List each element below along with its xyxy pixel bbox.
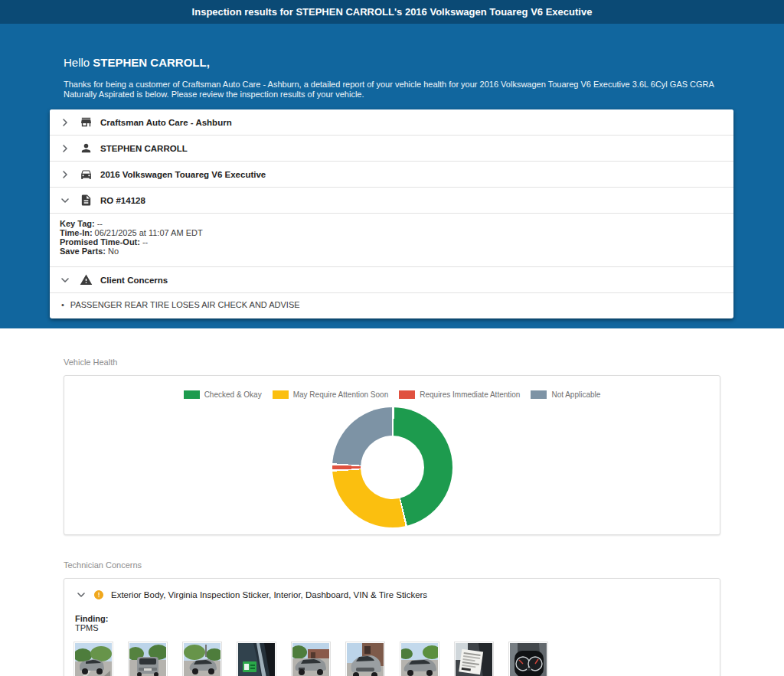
vehicle-photo bbox=[347, 643, 384, 676]
chevron-down-icon bbox=[59, 274, 71, 286]
vin-label-photo bbox=[456, 643, 492, 676]
vehicle-photo bbox=[75, 643, 112, 676]
legend-swatch bbox=[399, 390, 415, 399]
technician-topic-row[interactable]: Exterior Body, Virginia Inspection Stick… bbox=[64, 579, 720, 601]
greeting: Hello STEPHEN CARROLL, bbox=[0, 24, 784, 69]
photo-thumbnail[interactable] bbox=[74, 642, 113, 676]
photo-thumbnail[interactable] bbox=[454, 642, 494, 676]
technician-concerns-section-label: Technician Concerns bbox=[64, 560, 784, 570]
client-concern-text: PASSENGER REAR TIRE LOSES AIR CHECK AND … bbox=[70, 300, 300, 309]
vehicle-health-chart bbox=[332, 407, 452, 527]
detail-label: Promised Time-Out: bbox=[60, 237, 140, 247]
ro-detail-keytag: Key Tag:-- bbox=[60, 219, 733, 228]
vehicle-health-section-label: Vehicle Health bbox=[64, 358, 784, 367]
detail-value: -- bbox=[97, 219, 103, 228]
vehicle-health-card: Checked & Okay May Require Attention Soo… bbox=[64, 375, 720, 535]
ro-detail-saveparts: Save Parts:No bbox=[60, 247, 733, 256]
technician-concerns-card: Exterior Body, Virginia Inspection Stick… bbox=[64, 578, 720, 676]
accordion-row-shop[interactable]: Craftsman Auto Care - Ashburn bbox=[50, 109, 733, 136]
vehicle-photo bbox=[401, 643, 438, 676]
legend-swatch bbox=[273, 390, 289, 399]
bullet: • bbox=[61, 300, 64, 309]
chevron-down-icon bbox=[59, 194, 71, 207]
legend-label: May Require Attention Soon bbox=[293, 390, 389, 399]
store-icon bbox=[80, 116, 93, 129]
top-bar: Inspection results for STEPHEN CARROLL's… bbox=[0, 0, 784, 24]
vehicle-label: 2016 Volkswagen Touareg V6 Executive bbox=[100, 170, 266, 179]
photo-thumbnail[interactable] bbox=[182, 642, 222, 676]
photo-thumbnail[interactable] bbox=[237, 642, 276, 676]
detail-label: Key Tag: bbox=[60, 219, 95, 228]
legend-label: Requires Immediate Attention bbox=[420, 390, 520, 399]
summary-accordion: Craftsman Auto Care - Ashburn STEPHEN CA… bbox=[50, 109, 733, 318]
intro-paragraph: Thanks for being a customer of Craftsman… bbox=[64, 80, 720, 99]
vehicle-photo bbox=[129, 643, 166, 676]
detail-label: Save Parts: bbox=[60, 247, 106, 256]
client-concern-item: • PASSENGER REAR TIRE LOSES AIR CHECK AN… bbox=[60, 300, 718, 309]
sticker-photo bbox=[238, 643, 275, 676]
detail-value: 06/21/2025 at 11:07 AM EDT bbox=[95, 228, 203, 237]
legend-item-not-applicable: Not Applicable bbox=[531, 390, 600, 399]
vehicle-photo bbox=[184, 643, 220, 676]
photo-thumbnail[interactable] bbox=[508, 642, 548, 676]
photo-thumbnail[interactable] bbox=[128, 642, 168, 676]
finding-block: Finding: TPMS bbox=[75, 614, 720, 632]
customer-label: STEPHEN CARROLL bbox=[100, 144, 188, 153]
ro-detail-promised: Promised Time-Out:-- bbox=[60, 237, 733, 247]
finding-label: Finding: bbox=[75, 614, 720, 623]
legend-label: Not Applicable bbox=[551, 390, 600, 399]
vehicle-photo bbox=[292, 643, 329, 676]
chevron-right-icon bbox=[59, 168, 71, 181]
document-icon bbox=[80, 194, 93, 207]
shop-name: Craftsman Auto Care - Ashburn bbox=[100, 118, 232, 127]
donut-hole bbox=[361, 436, 424, 499]
detail-value: -- bbox=[142, 237, 148, 247]
accordion-row-client-concerns[interactable]: Client Concerns bbox=[50, 267, 733, 293]
warning-icon bbox=[80, 273, 93, 286]
chevron-down-icon bbox=[75, 589, 87, 601]
photo-thumbnail[interactable] bbox=[400, 642, 439, 676]
legend-item-requires-immediate-attention: Requires Immediate Attention bbox=[399, 390, 520, 399]
client-concerns-label: Client Concerns bbox=[100, 276, 168, 285]
finding-value: TPMS bbox=[75, 623, 720, 632]
detail-label: Time-In: bbox=[60, 228, 93, 237]
legend-item-checked-okay: Checked & Okay bbox=[184, 390, 262, 399]
technician-topic-title: Exterior Body, Virginia Inspection Stick… bbox=[111, 590, 427, 599]
photo-thumbnail[interactable] bbox=[345, 642, 385, 676]
gauge-cluster-photo bbox=[510, 643, 547, 676]
detail-value: No bbox=[108, 247, 119, 256]
person-icon bbox=[80, 142, 93, 155]
legend-item-may-require-attention: May Require Attention Soon bbox=[273, 390, 389, 399]
accordion-row-vehicle[interactable]: 2016 Volkswagen Touareg V6 Executive bbox=[50, 162, 733, 188]
ro-number: RO #14128 bbox=[100, 196, 145, 205]
accordion-row-customer[interactable]: STEPHEN CARROLL bbox=[50, 136, 733, 162]
accordion-row-ro[interactable]: RO #14128 bbox=[50, 188, 733, 214]
ro-details: Key Tag:-- Time-In:06/21/2025 at 11:07 A… bbox=[50, 214, 733, 267]
legend-swatch bbox=[531, 390, 547, 399]
alert-circle-icon bbox=[93, 589, 104, 600]
client-concern-list: • PASSENGER REAR TIRE LOSES AIR CHECK AN… bbox=[50, 293, 733, 318]
hero-section: Hello STEPHEN CARROLL, Thanks for being … bbox=[0, 24, 784, 328]
legend-label: Checked & Okay bbox=[204, 390, 262, 399]
ro-detail-timein: Time-In:06/21/2025 at 11:07 AM EDT bbox=[60, 228, 733, 237]
car-icon bbox=[80, 168, 93, 181]
chevron-right-icon bbox=[59, 116, 71, 129]
chevron-right-icon bbox=[59, 142, 71, 155]
photo-thumbnail[interactable] bbox=[291, 642, 331, 676]
customer-name: STEPHEN CARROLL, bbox=[93, 56, 210, 69]
page-title: Inspection results for STEPHEN CARROLL's… bbox=[0, 0, 784, 24]
finding-photos bbox=[74, 642, 720, 676]
legend-swatch bbox=[184, 390, 200, 399]
greeting-text: Hello bbox=[64, 56, 93, 69]
chart-legend: Checked & Okay May Require Attention Soo… bbox=[64, 376, 720, 399]
